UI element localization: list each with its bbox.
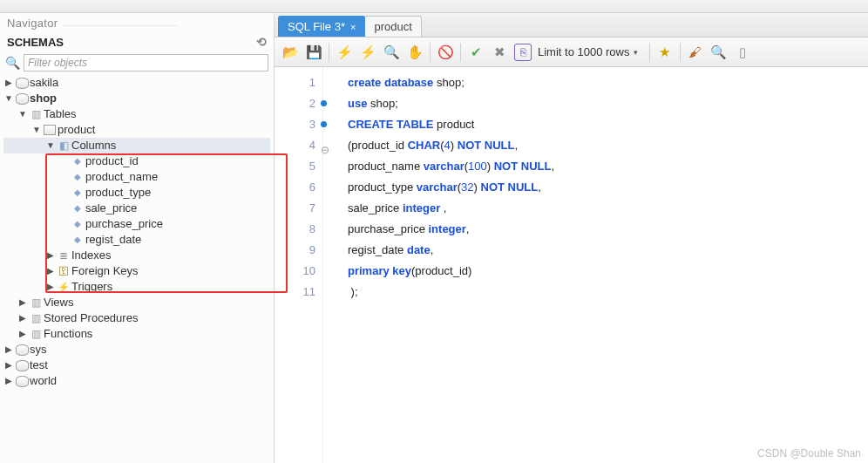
- expand-arrow-icon[interactable]: [17, 326, 28, 342]
- expand-arrow-icon[interactable]: [3, 373, 14, 389]
- row-limit-dropdown[interactable]: Limit to 1000 rows ▾: [538, 45, 643, 58]
- navigator-title: Navigator: [0, 13, 274, 31]
- line-number: 6: [275, 177, 315, 198]
- tree-label: Functions: [44, 326, 92, 342]
- code-line[interactable]: use shop;: [348, 93, 868, 114]
- schema-tree[interactable]: sakilashopTablesproductColumnsproduct_id…: [0, 75, 274, 463]
- explain-icon[interactable]: 🔍: [383, 44, 400, 61]
- expand-arrow-icon[interactable]: [45, 248, 56, 263]
- tree-label: Views: [44, 295, 73, 310]
- table-node[interactable]: product: [3, 122, 270, 138]
- save-icon[interactable]: 💾: [305, 44, 322, 61]
- category-node[interactable]: Views: [3, 295, 270, 310]
- tree-label: purchase_price: [85, 216, 163, 232]
- db-node[interactable]: sakila: [3, 75, 270, 91]
- find-icon[interactable]: 🔍: [710, 44, 728, 61]
- separator: [460, 43, 461, 62]
- open-file-icon[interactable]: 📂: [281, 44, 299, 61]
- expand-arrow-icon[interactable]: [31, 122, 42, 138]
- fold-icon[interactable]: ⊖: [319, 140, 329, 150]
- tree-label: product: [58, 122, 95, 138]
- column-node[interactable]: purchase_price: [3, 216, 270, 232]
- statement-marker-icon: [321, 121, 327, 127]
- expand-arrow-icon[interactable]: [3, 75, 14, 91]
- code-line[interactable]: );: [348, 282, 868, 303]
- schemas-label: SCHEMAS: [7, 36, 64, 49]
- code-line[interactable]: create database shop;: [348, 72, 868, 93]
- column-icon: [70, 232, 85, 248]
- expand-arrow-icon[interactable]: [3, 342, 14, 357]
- expand-arrow-icon[interactable]: [17, 310, 28, 326]
- cols-icon: [56, 138, 71, 153]
- tree-label: sale_price: [85, 201, 137, 216]
- code-line[interactable]: primary key(product_id): [348, 261, 868, 282]
- db-node[interactable]: test: [3, 357, 270, 373]
- expand-arrow-icon[interactable]: [45, 263, 56, 279]
- table-section-node[interactable]: Foreign Keys: [3, 263, 270, 279]
- execute-step-icon[interactable]: ⚡: [359, 44, 376, 61]
- line-number: 5: [275, 156, 315, 177]
- execute-icon[interactable]: ⚡: [336, 44, 353, 61]
- column-node[interactable]: product_name: [3, 169, 270, 185]
- editor-tab[interactable]: product: [364, 16, 421, 37]
- category-node[interactable]: Stored Procedures: [3, 310, 270, 326]
- db-node[interactable]: sys: [3, 342, 270, 357]
- autocommit-icon[interactable]: ⎘: [514, 44, 532, 61]
- expand-arrow-icon[interactable]: [45, 138, 56, 153]
- expand-arrow-icon[interactable]: [3, 357, 14, 373]
- tab-label: SQL File 3*: [288, 20, 345, 33]
- tree-label: Foreign Keys: [71, 263, 139, 279]
- expand-arrow-icon[interactable]: [17, 106, 28, 122]
- folder-icon: [28, 310, 44, 326]
- code-line[interactable]: regist_date date,: [348, 240, 868, 261]
- code-line[interactable]: sale_price integer ,: [348, 198, 868, 219]
- expand-arrow-icon[interactable]: [17, 295, 28, 310]
- commit-icon[interactable]: ✔: [467, 44, 485, 61]
- tree-label: regist_date: [85, 232, 141, 248]
- table-section-node[interactable]: Columns: [3, 138, 270, 153]
- expand-arrow-icon[interactable]: [45, 279, 56, 295]
- code-line[interactable]: CREATE TABLE product: [348, 114, 868, 135]
- database-icon: [14, 360, 30, 371]
- close-icon[interactable]: ×: [350, 22, 356, 32]
- code-lines[interactable]: create database shop;use shop;CREATE TAB…: [323, 67, 868, 463]
- favorite-icon[interactable]: ★: [656, 44, 674, 61]
- column-node[interactable]: sale_price: [3, 201, 270, 216]
- column-node[interactable]: product_type: [3, 185, 270, 201]
- table-section-node[interactable]: Triggers: [3, 279, 270, 295]
- expand-arrow-icon[interactable]: [3, 91, 14, 106]
- db-node[interactable]: shop: [3, 91, 270, 106]
- filter-objects-input[interactable]: [24, 54, 268, 71]
- column-node[interactable]: regist_date: [3, 232, 270, 248]
- navigator-title-decoration: [58, 17, 178, 30]
- table-icon: [42, 125, 58, 135]
- toolbar-placeholder-icon: [5, 1, 23, 11]
- rollback-icon[interactable]: ✖: [491, 44, 508, 61]
- search-icon: 🔍: [5, 56, 20, 70]
- stop-icon[interactable]: ✋: [406, 44, 424, 61]
- toggle-panel-icon[interactable]: ▯: [734, 44, 751, 61]
- column-icon: [70, 169, 85, 185]
- schemas-header: SCHEMAS ⟲: [0, 31, 274, 52]
- category-node[interactable]: Tables: [3, 106, 270, 122]
- tab-label: product: [374, 20, 411, 33]
- code-line[interactable]: (product_id CHAR(4) NOT NULL,: [348, 135, 868, 156]
- table-section-node[interactable]: Indexes: [3, 248, 270, 263]
- line-number: 8: [275, 219, 315, 240]
- db-node[interactable]: world: [3, 373, 270, 389]
- code-line[interactable]: purchase_price integer,: [348, 219, 868, 240]
- column-node[interactable]: product_id: [3, 153, 270, 169]
- refresh-icon[interactable]: ⟲: [256, 35, 267, 49]
- code-line[interactable]: product_type varchar(32) NOT NULL,: [348, 177, 868, 198]
- code-editor[interactable]: 1234⊖567891011 create database shop;use …: [275, 67, 868, 463]
- folder-icon: [28, 106, 44, 122]
- editor-tab[interactable]: SQL File 3*×: [278, 16, 365, 37]
- reconnect-icon[interactable]: 🚫: [437, 44, 454, 61]
- beautify-icon[interactable]: 🖌: [687, 44, 704, 61]
- category-node[interactable]: Functions: [3, 326, 270, 342]
- column-icon: [70, 201, 85, 216]
- trg-icon: [56, 279, 71, 295]
- tree-label: product_name: [85, 169, 158, 185]
- column-icon: [70, 216, 85, 232]
- code-line[interactable]: product_name varchar(100) NOT NULL,: [348, 156, 868, 177]
